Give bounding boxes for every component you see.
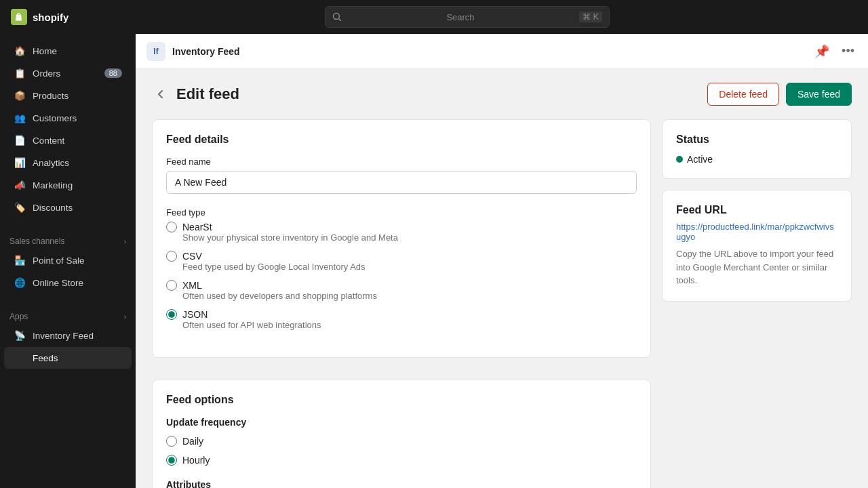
search-shortcut: ⌘ K	[579, 12, 601, 22]
daily-radio-label[interactable]: Daily	[166, 436, 637, 447]
daily-label: Daily	[182, 436, 203, 447]
page-header: Edit feed Delete feed Save feed	[152, 83, 852, 106]
sidebar-item-label: Analytics	[33, 158, 69, 168]
feed-name-group: Feed name	[166, 157, 637, 194]
sidebar-item-customers[interactable]: 👥 Customers	[4, 107, 132, 129]
feed-url-link[interactable]: https://productfeed.link/mar/ppkzwcfwivs…	[676, 222, 837, 242]
back-button[interactable]	[152, 88, 170, 100]
save-feed-button[interactable]: Save feed	[786, 83, 852, 106]
sidebar-item-inventory-feed-app[interactable]: 📡 Inventory Feed	[4, 325, 132, 346]
sidebar-sales-channels-section: Sales channels › 🏪 Point of Sale 🌐 Onlin…	[0, 224, 136, 300]
hourly-label: Hourly	[182, 455, 210, 466]
topbar: shopify Search ⌘ K	[0, 0, 868, 34]
sidebar-item-content[interactable]: 📄 Content	[4, 129, 132, 151]
sidebar-item-discounts[interactable]: 🏷️ Discounts	[4, 197, 132, 218]
csv-radio-label[interactable]: CSV	[166, 251, 637, 262]
analytics-icon: 📊	[14, 157, 26, 169]
json-radio-label[interactable]: JSON	[166, 309, 637, 320]
sidebar-item-analytics[interactable]: 📊 Analytics	[4, 152, 132, 174]
feed-url-card: Feed URL https://productfeed.link/mar/pp…	[662, 190, 852, 302]
page-title-row: Edit feed	[152, 85, 239, 103]
nearst-desc: Show your physical store inventory in Go…	[182, 232, 637, 243]
sidebar-apps-section: Apps › 📡 Inventory Feed Feeds	[0, 300, 136, 375]
status-badge: Active	[676, 154, 837, 165]
app-header: If Inventory Feed 📌 •••	[136, 34, 868, 69]
feed-name-input[interactable]	[166, 171, 637, 194]
sidebar-item-point-of-sale[interactable]: 🏪 Point of Sale	[4, 249, 132, 271]
page-actions: Delete feed Save feed	[707, 83, 852, 106]
xml-radio[interactable]	[166, 280, 177, 291]
feed-details-card: Feed details Feed name Feed type	[152, 119, 651, 358]
orders-badge: 88	[104, 68, 122, 78]
search-placeholder: Search	[446, 12, 474, 22]
feed-details-title: Feed details	[166, 134, 637, 146]
feeds-icon	[14, 352, 26, 364]
sidebar-item-label: Content	[33, 136, 64, 146]
sidebar-item-label: Products	[33, 91, 68, 101]
feed-type-nearst: NearSt Show your physical store inventor…	[166, 222, 637, 243]
sidebar-item-products[interactable]: 📦 Products	[4, 85, 132, 106]
content-area: Edit feed Delete feed Save feed Feed det…	[136, 69, 868, 488]
svg-point-0	[333, 14, 339, 20]
shopify-logo: shopify	[11, 9, 68, 25]
feed-options-card: Feed options Update frequency Daily	[152, 380, 651, 488]
attributes-group: Attributes storeName ✏️ id ✏️	[166, 479, 637, 488]
shopify-bag-icon	[11, 9, 27, 25]
delete-feed-button[interactable]: Delete feed	[707, 83, 779, 106]
status-card: Status Active	[662, 119, 852, 179]
sidebar-item-online-store[interactable]: 🌐 Online Store	[4, 272, 132, 293]
update-frequency-label: Update frequency	[166, 417, 637, 428]
orders-icon: 📋	[14, 67, 26, 79]
frequency-radio-group: Daily Hourly	[166, 436, 637, 466]
sidebar-item-orders[interactable]: 📋 Orders 88	[4, 62, 132, 84]
feed-url-title: Feed URL	[676, 204, 837, 216]
feed-type-xml: XML Often used by developers and shoppin…	[166, 280, 637, 301]
sidebar-item-label: Online Store	[33, 278, 83, 288]
hourly-radio-label[interactable]: Hourly	[166, 455, 637, 466]
hourly-radio[interactable]	[166, 455, 177, 466]
feed-type-json: JSON Often used for API web integrations	[166, 309, 637, 330]
content-icon: 📄	[14, 134, 26, 146]
daily-radio[interactable]	[166, 436, 177, 447]
app-header-icon: If	[146, 42, 165, 61]
json-radio[interactable]	[166, 309, 177, 320]
nearst-radio[interactable]	[166, 222, 177, 232]
search-bar[interactable]: Search ⌘ K	[325, 6, 610, 28]
feed-name-label: Feed name	[166, 157, 637, 167]
marketing-icon: 📣	[14, 179, 26, 191]
page-title: Edit feed	[176, 85, 239, 103]
sidebar-item-marketing[interactable]: 📣 Marketing	[4, 174, 132, 196]
nearst-radio-label[interactable]: NearSt	[166, 222, 637, 232]
update-frequency-group: Update frequency Daily	[166, 417, 637, 466]
frequency-hourly: Hourly	[166, 455, 637, 466]
xml-radio-label[interactable]: XML	[166, 280, 637, 291]
sidebar-apps-label: Apps ›	[0, 305, 136, 324]
status-title: Status	[676, 134, 837, 146]
csv-label: CSV	[182, 251, 202, 262]
side-column: Status Active Feed URL https://productfe…	[662, 119, 852, 302]
status-text: Active	[687, 154, 713, 165]
json-desc: Often used for API web integrations	[182, 320, 637, 330]
frequency-daily: Daily	[166, 436, 637, 447]
feed-type-radio-group: NearSt Show your physical store inventor…	[166, 222, 637, 330]
shopify-text: shopify	[33, 12, 68, 23]
feed-url-desc: Copy the URL above to import your feed i…	[676, 247, 837, 287]
csv-radio[interactable]	[166, 251, 177, 262]
sidebar-item-label: Inventory Feed	[33, 331, 94, 341]
sidebar-item-home[interactable]: 🏠 Home	[4, 40, 132, 62]
pin-button[interactable]: 📌	[812, 41, 832, 62]
main: If Inventory Feed 📌 ••• Edit feed Delete…	[136, 34, 868, 488]
json-label: JSON	[182, 309, 208, 320]
more-options-button[interactable]: •••	[839, 41, 857, 62]
sidebar-item-label: Orders	[33, 68, 60, 79]
cards-row: Feed details Feed name Feed type	[152, 119, 852, 488]
sidebar-item-label: Point of Sale	[33, 256, 85, 266]
sidebar-item-label: Home	[33, 46, 57, 56]
sidebar-main-section: 🏠 Home 📋 Orders 88 📦 Products 👥 Customer…	[0, 34, 136, 224]
sidebar: 🏠 Home 📋 Orders 88 📦 Products 👥 Customer…	[0, 34, 136, 488]
xml-desc: Often used by developers and shopping pl…	[182, 291, 637, 301]
sidebar-item-feeds[interactable]: Feeds	[4, 347, 132, 369]
inventory-feed-icon: 📡	[14, 329, 26, 342]
sidebar-item-label: Marketing	[33, 180, 73, 190]
feed-type-csv: CSV Feed type used by Google Local Inven…	[166, 251, 637, 272]
